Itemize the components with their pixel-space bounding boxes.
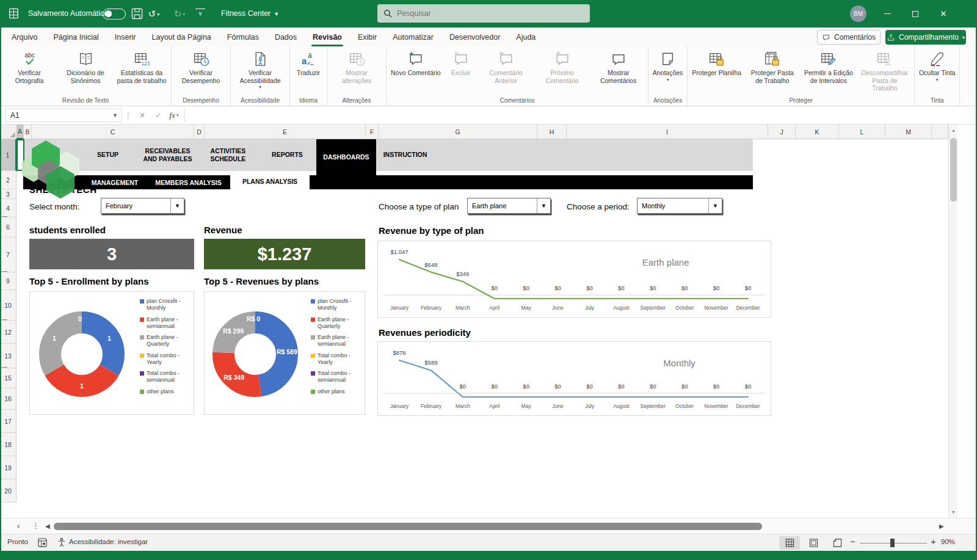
dropdown-arrow-icon[interactable]: ▼ [170,198,184,213]
avatar[interactable]: BM [850,5,866,22]
page-break-view-icon[interactable] [827,536,848,550]
row-header-15[interactable]: 15 [0,368,16,388]
row-header-18[interactable]: 18 [0,433,16,456]
minimize-button[interactable] [873,0,901,27]
sheet-tab-receivables-and-payables[interactable]: RECEIVABLES AND PAYABLES [137,139,198,171]
row-header-1[interactable]: 1 [0,139,16,171]
column-header-M[interactable]: M [885,125,932,139]
undo-icon[interactable]: ↺▾ [147,7,161,21]
row-header-12[interactable]: 12 [0,321,16,344]
thesaurus-button[interactable]: Dicionário de Sinônimos [57,48,114,85]
row-header-19[interactable]: 19 [0,456,16,479]
hide-ink-button[interactable]: Ocultar Tinta▾ [916,48,959,84]
customize-quick-access-icon[interactable]: ∨ [195,9,205,18]
subtab-plans-analysis[interactable]: PLANS ANALYSIS [230,173,310,189]
ribbon-tab-inserir[interactable]: Inserir [107,27,144,46]
ribbon-tab-automatizar[interactable]: Automatizar [385,27,441,46]
period-dropdown[interactable]: Monthly▼ [637,198,722,214]
allow-edit-ranges-button[interactable]: Permitir a Edição de Intervalos [801,48,857,85]
formula-input[interactable] [184,108,971,122]
row-header-9[interactable]: 9 [0,272,16,290]
sheet-tab-reports[interactable]: REPORTS [258,139,316,171]
zoom-slider-thumb[interactable] [890,539,895,547]
zoom-in-icon[interactable]: + [931,536,936,547]
ribbon-tab-desenvolvedor[interactable]: Desenvolvedor [441,27,508,46]
scroll-up-icon[interactable]: ▲ [949,128,958,133]
sheet-list-kebab-icon[interactable]: ⋮ [32,521,40,530]
column-header-C[interactable]: C [32,125,194,139]
kebab-icon[interactable]: ⋮ [122,106,134,124]
notes-button[interactable]: Anotações▾ [650,48,686,84]
search-input[interactable] [397,9,568,18]
row-header-4[interactable]: 4 [0,199,16,217]
column-header-B[interactable]: B [24,125,32,139]
column-header-A[interactable]: A [16,125,24,139]
accessibility-icon[interactable] [57,537,67,547]
name-box[interactable]: ▼ [5,108,122,122]
ribbon-tab-fórmulas[interactable]: Fórmulas [219,27,267,46]
sheet-tab-instruction[interactable]: INSTRUCTION [376,139,434,171]
sheet-tab-setup[interactable]: SETUP [78,139,137,171]
column-header-K[interactable]: K [796,125,839,139]
row-header-10[interactable]: 10 [0,290,16,321]
row-header-20[interactable]: 20 [0,479,16,503]
insert-function-icon[interactable]: fx▾ [166,106,182,124]
row-header-13[interactable]: 13 [0,344,16,368]
translate-button[interactable]: aãTraduzir [291,48,325,78]
protect-workbook-button[interactable]: Proteger Pasta de Trabalho [744,48,801,85]
accessibility-check-button[interactable]: Verificar Acessibilidade▾ [232,48,288,91]
vertical-scroll-thumb[interactable] [950,138,957,202]
scroll-left-icon[interactable]: ◀ [45,523,50,529]
column-header-E[interactable]: E [205,125,366,139]
horizontal-scroll-thumb[interactable] [54,523,762,530]
subtab-management[interactable]: MANAGEMENT [90,175,139,189]
name-box-input[interactable] [5,111,103,120]
column-header-I[interactable]: I [567,125,768,139]
protect-sheet-button[interactable]: Proteger Planilha [689,48,744,78]
subtab-members-analysis[interactable]: MEMBERS ANALYSIS [153,175,223,189]
ribbon-tab-dados[interactable]: Dados [267,27,305,46]
save-icon[interactable] [131,7,143,20]
row-header-6[interactable]: 6 [0,217,16,238]
spelling-button[interactable]: abcVerificar Ortografia [1,48,57,85]
share-button[interactable]: Compartilhamento▾ [885,30,966,45]
column-header-J[interactable]: J [768,125,796,139]
select-all-corner[interactable] [0,125,16,139]
accessibility-status[interactable]: Acessibilidade: investigar [69,538,148,545]
new-comment-button[interactable]: Novo Comentário [388,48,444,78]
autosave-toggle[interactable] [103,9,126,20]
row-header-3[interactable]: 3 [0,189,16,199]
zoom-level[interactable]: 90% [941,538,955,545]
row-header-16[interactable]: 16 [0,388,16,410]
scroll-right-icon[interactable]: ▶ [939,523,944,529]
vertical-scrollbar[interactable]: ▲ ▼ [948,125,957,518]
dropdown-arrow-icon[interactable]: ▼ [537,198,550,213]
ribbon-tab-arquivo[interactable]: Arquivo [4,27,45,46]
sheet-tab-dashboards[interactable]: DASHBOARDS [316,139,376,175]
sheet-tab-activities-schedule[interactable]: ACTIVITIES SCHEDULE [198,139,258,171]
page-layout-view-icon[interactable] [803,536,824,550]
column-header-F[interactable]: F [366,125,379,139]
search-box[interactable] [377,4,590,23]
ribbon-tab-página-inicial[interactable]: Página Inicial [45,27,106,46]
maximize-button[interactable] [901,0,929,27]
horizontal-scrollbar[interactable]: ‹ ⋮ ◀ ▶ [0,518,977,534]
ribbon-tab-ajuda[interactable]: Ajuda [508,27,543,46]
workbook-stats-button[interactable]: 123Estatísticas da pasta de trabalho [114,48,170,85]
column-header-H[interactable]: H [537,125,567,139]
performance-button[interactable]: Verificar Desempenho [173,48,229,85]
sheet-nav-left-icon[interactable]: ‹ [17,521,20,531]
month-dropdown[interactable]: February▼ [101,198,184,214]
show-comments-button[interactable]: Mostrar Comentários [590,48,647,85]
ribbon-tab-revisão[interactable]: Revisão [305,27,350,46]
row-header-2[interactable]: 2 [0,171,16,189]
close-button[interactable]: ✕ [929,0,957,27]
document-title[interactable]: Fitness Center▼ [221,9,279,18]
comments-button[interactable]: Comentários [817,30,881,45]
normal-view-icon[interactable] [779,536,800,550]
column-header-L[interactable]: L [839,125,885,139]
plan-type-dropdown[interactable]: Earth plane▼ [467,198,551,214]
macro-record-icon[interactable] [38,538,47,547]
column-header-G[interactable]: G [379,125,537,139]
column-header-D[interactable]: D [194,125,205,139]
